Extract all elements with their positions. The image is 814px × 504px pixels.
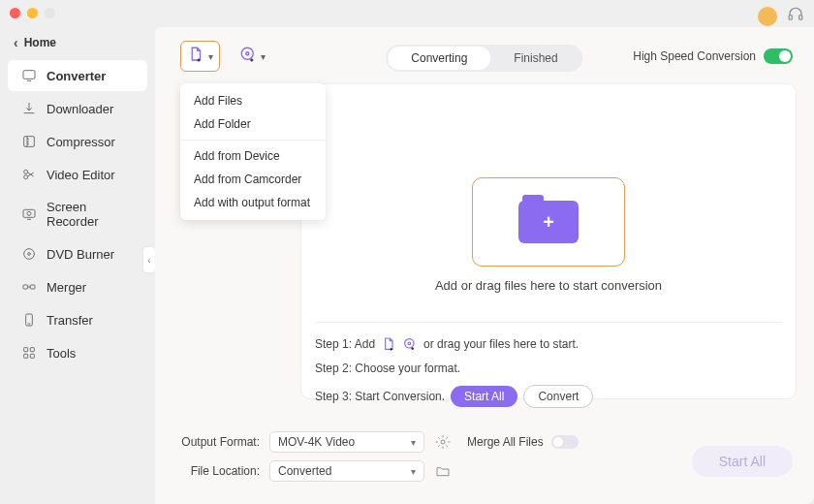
merger-icon xyxy=(21,279,37,295)
step3-text: Step 3: Start Conversion. xyxy=(315,390,445,403)
sidebar-item-label: DVD Burner xyxy=(47,247,114,262)
merge-switch[interactable] xyxy=(551,435,579,449)
file-plus-icon xyxy=(187,46,204,67)
add-disc-button[interactable]: ▾ xyxy=(234,42,271,71)
content: ▾ ▾ Add Files Add Folder Add from Device… xyxy=(155,27,814,504)
folder-open-icon[interactable] xyxy=(434,462,452,480)
sidebar-collapse-handle[interactable]: ‹ xyxy=(143,247,155,272)
merge-label: Merge All Files xyxy=(467,435,544,449)
chevron-down-icon: ▾ xyxy=(411,437,416,448)
sidebar-item-label: Compressor xyxy=(47,135,115,149)
chevron-down-icon: ▾ xyxy=(411,466,416,477)
sidebar-item-label: Downloader xyxy=(47,102,113,116)
step-1: Step 1: Add or drag your files here to s… xyxy=(315,336,782,352)
merge-all: Merge All Files xyxy=(467,435,583,449)
sidebar-item-label: Screen Recorder xyxy=(47,200,134,229)
chevron-down-icon: ▾ xyxy=(208,51,213,62)
svg-point-8 xyxy=(24,249,35,260)
dvd-burner-icon xyxy=(21,246,37,262)
transfer-icon xyxy=(21,312,37,328)
drop-caption: Add or drag files here to start conversi… xyxy=(315,278,782,293)
disc-plus-icon xyxy=(402,336,418,352)
svg-rect-14 xyxy=(30,348,34,352)
dropdown-item-add-files[interactable]: Add Files xyxy=(180,89,326,112)
dropdown-item-add-camcorder[interactable]: Add from Camcorder xyxy=(180,168,326,191)
svg-point-4 xyxy=(24,170,28,173)
tab-finished[interactable]: Finished xyxy=(490,47,580,70)
file-location-select[interactable]: Converted ▾ xyxy=(269,460,424,482)
svg-rect-11 xyxy=(30,285,35,289)
svg-point-20 xyxy=(408,342,411,345)
screen-recorder-icon xyxy=(21,206,37,222)
tools-icon xyxy=(21,345,37,361)
chevron-left-icon: ‹ xyxy=(14,35,18,50)
file-location-value: Converted xyxy=(278,464,331,478)
drop-area[interactable]: + xyxy=(472,177,625,267)
close-window-icon[interactable] xyxy=(10,8,20,18)
minimize-window-icon[interactable] xyxy=(27,8,38,18)
drop-panel: + Add or drag files here to start conver… xyxy=(300,83,797,399)
home-label: Home xyxy=(24,36,56,49)
dropdown-item-add-output[interactable]: Add with output format xyxy=(180,191,326,214)
dropdown-item-add-folder[interactable]: Add Folder xyxy=(180,112,326,136)
home-back[interactable]: ‹ Home xyxy=(0,31,155,60)
output-format-value: MOV-4K Video xyxy=(278,435,355,449)
folder-icon: + xyxy=(518,201,579,243)
svg-rect-10 xyxy=(23,285,28,289)
toolbar: ▾ ▾ xyxy=(180,41,271,72)
svg-point-18 xyxy=(246,52,249,55)
output-format-select[interactable]: MOV-4K Video ▾ xyxy=(269,431,424,453)
sidebar-item-video-editor[interactable]: Video Editor xyxy=(8,159,147,190)
tab-converting[interactable]: Converting xyxy=(388,47,490,70)
sidebar-item-compressor[interactable]: Compressor xyxy=(8,126,147,157)
downloader-icon xyxy=(21,101,37,116)
file-plus-icon xyxy=(381,336,396,352)
gear-icon[interactable] xyxy=(434,433,452,451)
svg-point-19 xyxy=(405,339,414,348)
avatar[interactable] xyxy=(758,7,777,26)
start-all-small-button[interactable]: Start All xyxy=(451,386,517,407)
step2-text: Step 2: Choose your format. xyxy=(315,362,460,375)
sidebar-item-dvd-burner[interactable]: DVD Burner xyxy=(8,238,147,269)
convert-small-button[interactable]: Convert xyxy=(523,385,593,408)
add-file-button[interactable]: ▾ xyxy=(180,41,220,72)
svg-point-9 xyxy=(28,253,31,256)
dropdown-separator xyxy=(180,140,326,141)
app-window: ‹ Home Converter Downloader Compressor V… xyxy=(0,0,814,504)
high-speed-switch[interactable] xyxy=(764,48,793,64)
step1-prefix: Step 1: Add xyxy=(315,337,375,351)
step1-suffix: or drag your files here to start. xyxy=(423,337,579,351)
svg-rect-2 xyxy=(23,71,35,79)
window-controls xyxy=(10,8,55,18)
add-dropdown: Add Files Add Folder Add from Device Add… xyxy=(180,83,326,220)
sidebar-item-converter[interactable]: Converter xyxy=(8,60,147,91)
dropdown-item-add-device[interactable]: Add from Device xyxy=(180,144,326,168)
svg-rect-1 xyxy=(799,16,802,20)
zoom-window-icon[interactable] xyxy=(45,8,55,18)
sidebar-item-screen-recorder[interactable]: Screen Recorder xyxy=(8,192,147,236)
sidebar-item-downloader[interactable]: Downloader xyxy=(8,93,147,124)
sidebar: ‹ Home Converter Downloader Compressor V… xyxy=(0,27,155,504)
high-speed-box: High Speed Conversion xyxy=(633,48,793,64)
svg-rect-6 xyxy=(23,209,35,217)
sidebar-item-label: Transfer xyxy=(47,313,93,328)
start-all-button[interactable]: Start All xyxy=(692,446,793,477)
steps: Step 1: Add or drag your files here to s… xyxy=(315,322,782,408)
headset-icon[interactable] xyxy=(787,6,804,27)
sidebar-item-merger[interactable]: Merger xyxy=(8,271,147,302)
step-3: Step 3: Start Conversion. Start All Conv… xyxy=(315,385,782,408)
plus-icon: + xyxy=(543,211,554,234)
sidebar-item-tools[interactable]: Tools xyxy=(8,337,147,368)
svg-rect-0 xyxy=(789,16,792,20)
svg-point-5 xyxy=(24,175,28,179)
svg-rect-16 xyxy=(30,354,34,358)
output-format-label: Output Format: xyxy=(180,435,260,449)
svg-rect-13 xyxy=(24,348,28,352)
svg-point-21 xyxy=(441,440,445,444)
sidebar-item-label: Tools xyxy=(47,346,76,361)
svg-rect-15 xyxy=(24,354,28,358)
converter-icon xyxy=(21,68,37,83)
video-editor-icon xyxy=(21,167,37,182)
sidebar-item-label: Video Editor xyxy=(47,168,115,182)
sidebar-item-transfer[interactable]: Transfer xyxy=(8,304,147,335)
